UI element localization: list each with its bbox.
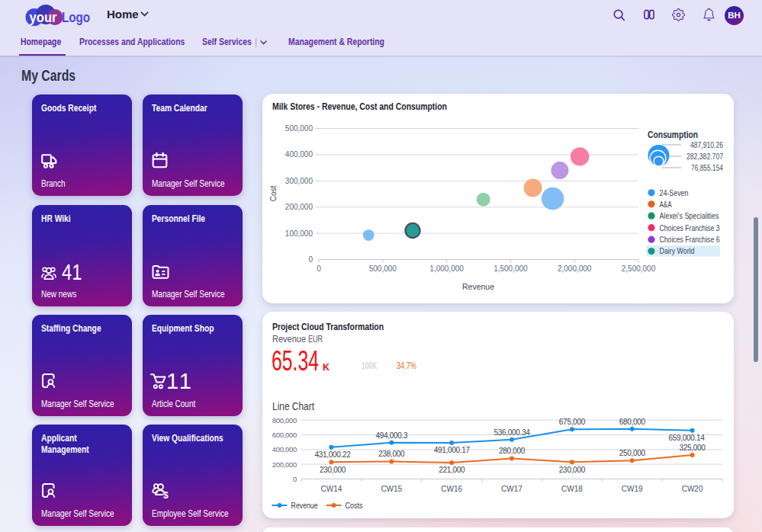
- svg-text:Choices Franchise 3: Choices Franchise 3: [660, 223, 720, 232]
- svg-text:Cost: Cost: [269, 185, 278, 201]
- svg-text:0: 0: [293, 475, 297, 483]
- svg-text:34.7%: 34.7%: [397, 361, 416, 371]
- svg-text:800,000: 800,000: [272, 416, 297, 425]
- svg-text:431,000.22: 431,000.22: [314, 450, 351, 459]
- svg-text:Alexei's Specialities: Alexei's Specialities: [660, 211, 719, 220]
- svg-text:Consumption: Consumption: [648, 130, 698, 140]
- svg-text:487,910.26: 487,910.26: [690, 140, 723, 149]
- svg-text:491,000.17: 491,000.17: [434, 446, 471, 454]
- svg-text:CW18: CW18: [561, 485, 583, 493]
- svg-text:K: K: [323, 362, 330, 373]
- svg-text:400,000: 400,000: [272, 445, 297, 453]
- svg-text:200,000: 200,000: [272, 460, 297, 469]
- svg-text:600,000: 600,000: [272, 431, 297, 439]
- svg-text:282,382.707: 282,382.707: [686, 152, 723, 161]
- svg-text:24-Seven: 24-Seven: [660, 188, 689, 197]
- svg-text:Revenue: Revenue: [272, 334, 306, 345]
- svg-text:EUR: EUR: [308, 334, 323, 345]
- svg-text:Choices Franchise 6: Choices Franchise 6: [660, 235, 720, 244]
- svg-text:41: 41: [62, 264, 82, 280]
- svg-text:$: $: [163, 490, 169, 498]
- svg-text:CW14: CW14: [321, 485, 342, 493]
- svg-text:65.34: 65.34: [272, 345, 319, 377]
- svg-text:221,000: 221,000: [439, 466, 465, 474]
- svg-text:250,000: 250,000: [619, 449, 646, 457]
- svg-text:2,000,000: 2,000,000: [558, 264, 592, 273]
- svg-text:0: 0: [308, 255, 313, 264]
- svg-text:Project Cloud Transformation: Project Cloud Transformation: [272, 321, 384, 332]
- svg-text:680,000: 680,000: [619, 418, 646, 426]
- svg-text:325,000: 325,000: [680, 444, 706, 452]
- svg-text:76,855.154: 76,855.154: [691, 163, 723, 172]
- svg-text:1,000,000: 1,000,000: [429, 264, 464, 273]
- svg-text:100,000: 100,000: [285, 229, 313, 238]
- svg-text:Revenue: Revenue: [462, 282, 494, 291]
- svg-text:238,000: 238,000: [378, 450, 405, 458]
- svg-text:280,000: 280,000: [499, 447, 526, 455]
- svg-text:0: 0: [317, 264, 321, 273]
- svg-text:CW19: CW19: [622, 485, 643, 493]
- svg-text:675,000: 675,000: [559, 418, 586, 426]
- svg-text:CW15: CW15: [381, 485, 402, 493]
- svg-text:1,500,000: 1,500,000: [494, 264, 528, 273]
- svg-text:11: 11: [166, 373, 191, 389]
- svg-text:230,000: 230,000: [320, 466, 346, 474]
- svg-text:536,000.34: 536,000.34: [494, 428, 530, 437]
- svg-text:100K: 100K: [362, 361, 377, 371]
- svg-text:CW20: CW20: [682, 485, 703, 493]
- svg-text:659,000.14: 659,000.14: [668, 434, 705, 442]
- svg-text:2,500,000: 2,500,000: [622, 264, 656, 273]
- svg-text:Costs: Costs: [346, 502, 363, 510]
- svg-text:Dairy World: Dairy World: [660, 246, 695, 255]
- svg-text:500,000: 500,000: [369, 264, 397, 273]
- svg-text:200,000: 200,000: [285, 203, 313, 211]
- svg-text:400,000: 400,000: [285, 150, 313, 159]
- svg-text:Revenue: Revenue: [291, 502, 318, 510]
- svg-text:Milk Stores - Revenue, Cost an: Milk Stores - Revenue, Cost and Consumpt…: [272, 101, 447, 112]
- svg-text:CW17: CW17: [501, 485, 522, 493]
- svg-text:A&A: A&A: [660, 200, 672, 209]
- svg-text:230,000: 230,000: [559, 466, 586, 474]
- svg-text:Line Chart: Line Chart: [272, 399, 315, 412]
- svg-text:your: your: [30, 9, 57, 25]
- svg-text:CW16: CW16: [441, 485, 462, 493]
- svg-text:300,000: 300,000: [285, 177, 313, 185]
- svg-text:494,000.3: 494,000.3: [375, 431, 408, 440]
- svg-text:Logo: Logo: [62, 9, 90, 25]
- svg-text:500,000: 500,000: [285, 124, 313, 133]
